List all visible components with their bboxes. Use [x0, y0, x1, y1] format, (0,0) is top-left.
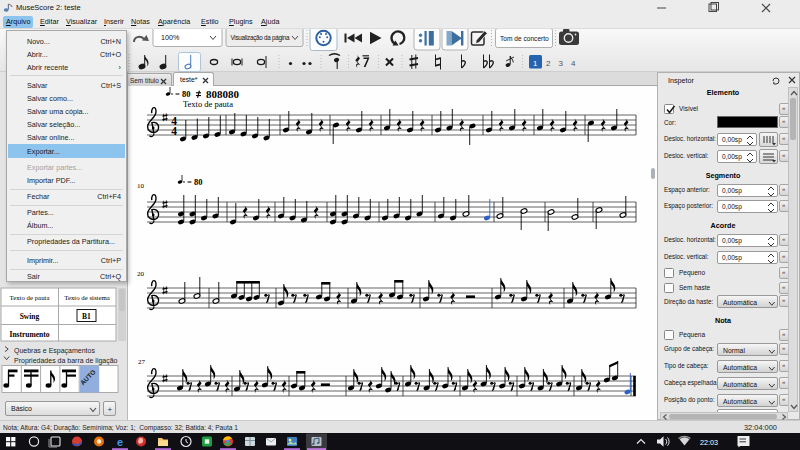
svg-text:10: 10 [137, 182, 145, 190]
svg-text:4: 4 [171, 123, 177, 138]
svg-text:2: 2 [546, 59, 551, 68]
svg-text:e: e [117, 436, 123, 448]
svg-text:3: 3 [559, 59, 564, 68]
svg-text:Texto de sistema: Texto de sistema [64, 294, 110, 301]
svg-text:Texto de pauta: Texto de pauta [183, 99, 233, 109]
svg-text:1: 1 [533, 59, 538, 68]
svg-text:= 80: = 80 [175, 89, 190, 99]
svg-text:= 80: = 80 [187, 177, 202, 187]
svg-text:27: 27 [138, 358, 146, 366]
svg-text:Instrumento: Instrumento [9, 330, 49, 339]
svg-text:22:03: 22:03 [700, 438, 718, 447]
svg-text:Texto de pauta: Texto de pauta [10, 294, 50, 301]
svg-text:Quebras e Espaçamentos: Quebras e Espaçamentos [14, 347, 95, 355]
svg-text:100%: 100% [161, 33, 180, 42]
svg-text:4: 4 [571, 59, 576, 68]
svg-text:Visualização da página: Visualização da página [231, 34, 290, 42]
svg-text:Propriedades da barra de ligaç: Propriedades da barra de ligação [14, 357, 118, 365]
svg-text:Tom de concerto: Tom de concerto [500, 35, 549, 42]
svg-text:20: 20 [137, 270, 145, 278]
svg-text:B1: B1 [82, 312, 91, 321]
svg-text:Swing: Swing [20, 312, 40, 321]
